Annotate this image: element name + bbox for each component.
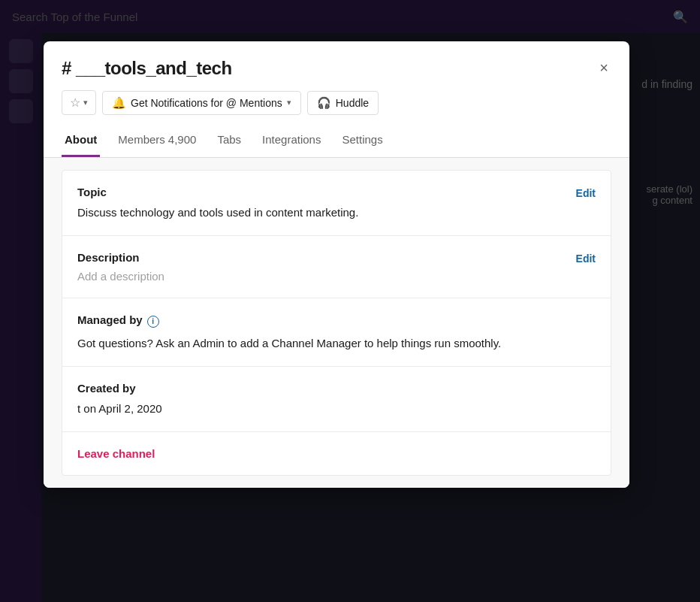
headphone-icon: 🎧 [317,96,331,110]
created-by-value: t on April 2, 2020 [77,401,596,416]
notifications-chevron-icon: ▾ [287,98,291,107]
managed-by-label: Managed by [77,313,143,326]
tab-settings[interactable]: Settings [339,127,385,157]
star-icon: ☆ [70,95,80,110]
description-edit-button[interactable]: Edit [576,253,596,265]
description-placeholder: Add a description [77,270,596,283]
modal-title: # ___tools_and_tech [62,58,232,79]
topic-header: Topic Edit [77,186,596,201]
managed-by-value: Got questions? Ask an Admin to add a Cha… [77,335,596,351]
star-button[interactable]: ☆ ▾ [62,90,96,115]
tab-integrations[interactable]: Integrations [259,127,324,157]
topic-section: Topic Edit Discuss technology and tools … [62,171,611,236]
info-icon: i [147,316,159,328]
huddle-label: Huddle [336,97,369,109]
channel-modal: # ___tools_and_tech × ☆ ▾ 🔔 Get Notifica… [44,41,629,488]
about-sections: Topic Edit Discuss technology and tools … [62,170,611,476]
bell-icon: 🔔 [112,96,126,110]
modal-actions: ☆ ▾ 🔔 Get Notifications for @ Mentions ▾… [44,80,629,115]
created-by-section: Created by t on April 2, 2020 [62,367,611,432]
tab-members[interactable]: Members4,900 [115,127,199,157]
notifications-button[interactable]: 🔔 Get Notifications for @ Mentions ▾ [102,91,301,115]
modal-tabs: About Members4,900 Tabs Integrations Set… [44,118,629,158]
close-icon: × [599,59,608,77]
huddle-button[interactable]: 🎧 Huddle [307,91,379,115]
description-label: Description [77,251,140,264]
topic-label: Topic [77,186,107,198]
notifications-label: Get Notifications for @ Mentions [131,97,282,109]
tab-tabs[interactable]: Tabs [214,127,244,157]
modal-header: # ___tools_and_tech × [44,41,629,80]
star-chevron-icon: ▾ [83,98,88,107]
modal-body: Topic Edit Discuss technology and tools … [44,158,629,488]
created-by-label: Created by [77,382,596,395]
tab-about[interactable]: About [62,127,100,157]
topic-value: Discuss technology and tools used in con… [77,204,596,220]
description-section: Description Edit Add a description [62,236,611,298]
members-count: 4,900 [168,133,197,146]
leave-channel-button[interactable]: Leave channel [77,447,596,460]
leave-channel-section: Leave channel [62,432,611,475]
close-button[interactable]: × [596,56,611,80]
managed-by-section: Managed by i Got questions? Ask an Admin… [62,298,611,367]
description-header: Description Edit [77,251,596,267]
managed-by-header: Managed by i [77,313,596,329]
topic-edit-button[interactable]: Edit [576,187,596,199]
